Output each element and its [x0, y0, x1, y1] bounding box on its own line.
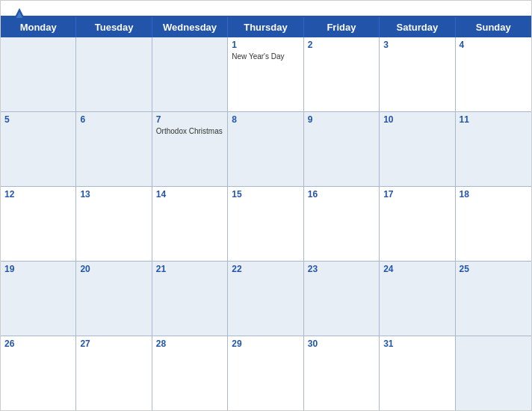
- day-cell: [456, 336, 531, 410]
- week-row-2: 567Orthodox Christmas891011: [1, 112, 531, 187]
- day-cell: 2: [304, 37, 380, 111]
- holiday-name: New Year's Day: [232, 52, 299, 61]
- day-cell: 16: [304, 187, 380, 261]
- day-number: 5: [4, 114, 72, 125]
- day-number: 22: [232, 264, 299, 274]
- day-cell: 1New Year's Day: [228, 37, 303, 111]
- day-cell: 10: [380, 112, 455, 186]
- weeks-container: 1New Year's Day234567Orthodox Christmas8…: [1, 37, 531, 410]
- day-number: 23: [308, 264, 375, 274]
- day-number: 12: [4, 189, 72, 200]
- day-number: 6: [80, 114, 147, 125]
- day-number: 11: [460, 114, 528, 125]
- week-row-5: 262728293031: [1, 336, 531, 410]
- day-number: 10: [383, 114, 451, 125]
- day-number: 9: [308, 114, 375, 125]
- day-cell: [152, 37, 228, 111]
- day-cell: 19: [1, 262, 76, 336]
- holiday-name: Orthodox Christmas: [156, 126, 223, 136]
- day-number: 13: [80, 189, 147, 200]
- logo-icon: [12, 7, 27, 22]
- day-header-saturday: Saturday: [380, 17, 455, 37]
- day-cell: 18: [456, 187, 531, 261]
- day-number: 21: [156, 264, 223, 274]
- day-cell: 22: [228, 262, 303, 336]
- day-number: 29: [232, 339, 299, 349]
- day-cell: 25: [456, 262, 531, 336]
- day-number: 24: [383, 264, 451, 274]
- day-header-thursday: Thursday: [228, 17, 303, 37]
- day-cell: [76, 37, 152, 111]
- day-number: 1: [232, 40, 299, 50]
- day-cell: 3: [380, 37, 455, 111]
- day-cell: 4: [456, 37, 531, 111]
- day-number: 19: [4, 264, 72, 274]
- day-cell: 31: [380, 336, 455, 410]
- day-cell: 9: [304, 112, 380, 186]
- calendar-container: MondayTuesdayWednesdayThursdayFridaySatu…: [0, 0, 532, 411]
- day-number: 2: [308, 40, 375, 50]
- day-cell: 12: [1, 187, 76, 261]
- day-header-tuesday: Tuesday: [76, 17, 152, 37]
- day-cell: 8: [228, 112, 303, 186]
- day-cell: 29: [228, 336, 303, 410]
- day-number: 7: [156, 114, 223, 125]
- day-cell: 20: [76, 262, 152, 336]
- day-cell: 30: [304, 336, 380, 410]
- day-cell: 21: [152, 262, 228, 336]
- day-cell: 7Orthodox Christmas: [152, 112, 228, 186]
- day-header-wednesday: Wednesday: [152, 17, 228, 37]
- day-number: 8: [232, 114, 299, 125]
- day-header-sunday: Sunday: [456, 17, 531, 37]
- day-number: 25: [460, 264, 528, 274]
- day-cell: 6: [76, 112, 152, 186]
- day-cell: 14: [152, 187, 228, 261]
- day-number: 4: [460, 40, 528, 50]
- day-header-friday: Friday: [304, 17, 380, 37]
- day-number: 20: [80, 264, 147, 274]
- day-number: 18: [460, 189, 528, 200]
- day-number: 31: [383, 339, 451, 349]
- calendar-grid: MondayTuesdayWednesdayThursdayFridaySatu…: [1, 16, 531, 410]
- day-cell: 24: [380, 262, 455, 336]
- day-number: 27: [80, 339, 147, 349]
- day-cell: 27: [76, 336, 152, 410]
- day-cell: 5: [1, 112, 76, 186]
- day-cell: [1, 37, 76, 111]
- day-cell: 11: [456, 112, 531, 186]
- day-cell: 28: [152, 336, 228, 410]
- calendar-header: [1, 1, 531, 16]
- day-number: 14: [156, 189, 223, 200]
- day-cell: 13: [76, 187, 152, 261]
- day-cell: 26: [1, 336, 76, 410]
- day-number: 15: [232, 189, 299, 200]
- day-cell: 15: [228, 187, 303, 261]
- day-cell: 17: [380, 187, 455, 261]
- day-number: 26: [4, 339, 72, 349]
- day-number: 30: [308, 339, 375, 349]
- day-number: 16: [308, 189, 375, 200]
- week-row-4: 19202122232425: [1, 262, 531, 336]
- day-headers-row: MondayTuesdayWednesdayThursdayFridaySatu…: [1, 17, 531, 37]
- week-row-1: 1New Year's Day234: [1, 37, 531, 112]
- day-number: 3: [383, 40, 451, 50]
- week-row-3: 12131415161718: [1, 187, 531, 262]
- day-number: 17: [383, 189, 451, 200]
- day-number: 28: [156, 339, 223, 349]
- logo: [12, 7, 30, 22]
- day-cell: 23: [304, 262, 380, 336]
